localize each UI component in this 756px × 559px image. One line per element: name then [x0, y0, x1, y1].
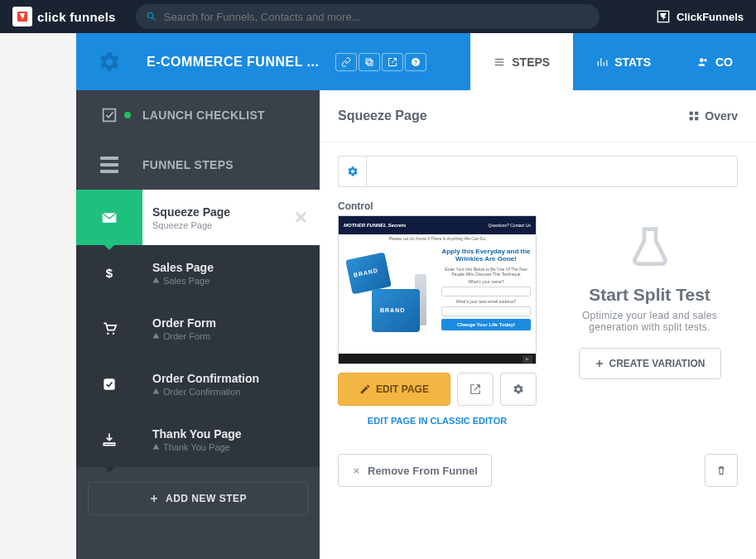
global-search[interactable]	[136, 4, 600, 29]
gear-icon	[513, 383, 524, 395]
menu-icon	[100, 157, 118, 173]
download-icon	[101, 431, 118, 448]
remove-from-funnel-button[interactable]: Remove From Funnel	[338, 454, 492, 487]
trash-icon	[715, 465, 727, 476]
svg-text:$: $	[106, 266, 113, 280]
brand-text: click funnels	[37, 10, 116, 24]
url-settings-button[interactable]	[338, 156, 366, 187]
add-new-step-button[interactable]: ADD NEW STEP	[88, 482, 308, 515]
cf-icon	[657, 10, 670, 23]
svg-rect-14	[690, 117, 693, 120]
dollar-icon: $	[101, 265, 118, 282]
brand-logo[interactable]: click funnels	[12, 7, 116, 27]
check-square-icon	[101, 376, 118, 393]
step-sales-page[interactable]: $ Sales PageSales Page	[76, 245, 320, 301]
funnel-sidebar: LAUNCH CHECKLIST FUNNEL STEPS Squeeze Pa…	[76, 90, 320, 559]
control-label: Control	[338, 200, 537, 212]
overview-tab[interactable]: Overv	[688, 109, 738, 123]
create-variation-button[interactable]: CREATE VARIATION	[579, 348, 721, 379]
search-icon	[146, 11, 157, 22]
help-chip[interactable]: ?	[405, 53, 426, 71]
share-chip[interactable]	[382, 53, 403, 71]
logo-icon	[12, 7, 32, 27]
svg-rect-11	[104, 378, 114, 389]
svg-rect-3	[366, 59, 371, 64]
svg-point-9	[107, 332, 109, 335]
checklist-icon	[100, 106, 118, 124]
step-squeeze-page[interactable]: Squeeze PageSqueeze Page ×	[76, 190, 320, 245]
svg-rect-12	[690, 112, 693, 115]
open-external-button[interactable]	[457, 373, 494, 406]
tab-contacts[interactable]: CO	[674, 33, 756, 90]
page-title: Squeeze Page	[338, 108, 427, 123]
flask-icon	[627, 225, 673, 275]
classic-editor-link[interactable]: EDIT PAGE IN CLASSIC EDITOR	[338, 416, 537, 426]
split-test-sub: Optimize your lead and sales generation …	[561, 310, 738, 333]
plus-icon	[149, 494, 159, 504]
envelope-icon	[101, 210, 118, 226]
left-gutter	[0, 33, 76, 559]
close-icon	[352, 466, 361, 475]
funnel-header: E-COMMERCE FUNNEL ... ? STEPS STATS CO	[76, 33, 756, 90]
step-order-confirmation[interactable]: Order ConfirmationOrder Confirmation	[76, 356, 320, 412]
search-input[interactable]	[164, 11, 590, 23]
page-preview[interactable]: MOTHER FUNNEL SecretsQuestions? Contact …	[338, 215, 537, 364]
grid-icon	[688, 110, 700, 122]
gear-icon	[347, 166, 359, 177]
clone-chip[interactable]	[359, 53, 380, 71]
url-field[interactable]	[366, 156, 738, 187]
top-navbar: click funnels ClickFunnels	[0, 0, 756, 33]
tab-steps[interactable]: STEPS	[470, 33, 573, 90]
svg-point-6	[700, 58, 704, 62]
page-url-bar	[338, 156, 738, 187]
pencil-icon	[359, 383, 371, 395]
topbar-right-link[interactable]: ClickFunnels	[657, 10, 744, 23]
remove-step-icon[interactable]: ×	[295, 205, 307, 230]
external-link-icon	[469, 383, 481, 395]
product-image: BRAND BRAND	[344, 248, 435, 347]
footer-right-button[interactable]	[705, 454, 738, 487]
tab-stats[interactable]: STATS	[573, 33, 674, 90]
funnel-steps-row[interactable]: FUNNEL STEPS	[76, 140, 320, 190]
link-chip[interactable]	[335, 53, 357, 71]
edit-page-button[interactable]: EDIT PAGE	[338, 373, 450, 406]
page-settings-button[interactable]	[500, 373, 537, 406]
svg-rect-2	[368, 60, 373, 65]
svg-rect-15	[695, 117, 698, 120]
funnel-settings-button[interactable]	[76, 33, 142, 90]
main-content: Squeeze Page Overv Control MOTHER FUNNEL…	[320, 90, 756, 559]
launch-checklist-row[interactable]: LAUNCH CHECKLIST	[76, 90, 320, 140]
step-order-form[interactable]: Order FormOrder Form	[76, 301, 320, 356]
cart-icon	[101, 320, 118, 337]
plus-icon	[595, 359, 604, 369]
svg-point-10	[113, 332, 115, 335]
split-test-title: Start Split Test	[589, 285, 710, 305]
funnel-title: E-COMMERCE FUNNEL ...	[142, 55, 319, 70]
svg-text:?: ?	[414, 59, 417, 65]
svg-rect-13	[695, 112, 698, 115]
svg-point-7	[704, 58, 707, 61]
step-thank-you[interactable]: Thank You PageThank You Page	[76, 412, 320, 467]
status-dot	[124, 112, 131, 118]
